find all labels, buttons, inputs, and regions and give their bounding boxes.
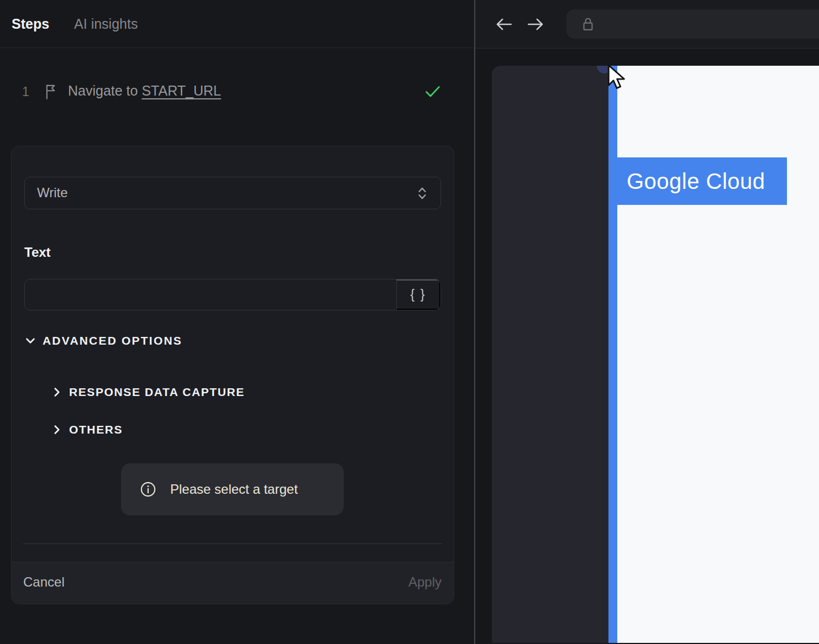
browser-preview-panel: Google Cloud xyxy=(475,0,819,644)
response-data-capture-label: RESPONSE DATA CAPTURE xyxy=(69,386,245,399)
action-select[interactable]: Write xyxy=(24,177,441,209)
step-editor-card: Write Text { } ADVANCED OPTIONS xyxy=(11,146,454,604)
step-title-prefix: Navigate to xyxy=(68,83,141,98)
select-target-notice: Please select a target xyxy=(121,463,344,515)
rendered-page[interactable]: Google Cloud xyxy=(492,66,819,643)
action-select-value: Write xyxy=(37,185,68,200)
advanced-options-toggle[interactable]: ADVANCED OPTIONS xyxy=(24,334,182,347)
page-body xyxy=(617,66,819,643)
advanced-options-label: ADVANCED OPTIONS xyxy=(43,334,182,347)
address-bar[interactable] xyxy=(566,9,819,39)
step-row-navigate[interactable]: 1 Navigate to START_URL xyxy=(0,76,474,109)
step-title: Navigate to START_URL xyxy=(68,83,221,99)
text-input-group: { } xyxy=(24,279,441,310)
start-url-link[interactable]: START_URL xyxy=(141,83,221,98)
highlighted-header-label: Google Cloud xyxy=(627,169,765,194)
text-input[interactable] xyxy=(25,279,396,310)
highlighted-header-element[interactable]: Google Cloud xyxy=(608,157,787,205)
info-circle-icon xyxy=(140,481,156,498)
flag-icon xyxy=(44,83,59,101)
insert-variable-button[interactable]: { } xyxy=(396,279,440,310)
editor-footer: Cancel Apply xyxy=(12,562,454,604)
unfold-chevrons-icon xyxy=(415,186,429,201)
back-button[interactable] xyxy=(495,15,513,34)
highlighted-element-stripe[interactable] xyxy=(608,66,617,643)
apply-button[interactable]: Apply xyxy=(408,574,442,590)
panel-tabbar: Steps AI insights xyxy=(0,0,474,48)
check-success-icon xyxy=(424,83,442,100)
tab-ai-insights[interactable]: AI insights xyxy=(74,16,138,32)
browser-viewport-area: Google Cloud xyxy=(475,49,819,644)
steps-panel: Steps AI insights 1 Navigate to START_UR… xyxy=(0,0,474,644)
forward-button[interactable] xyxy=(526,15,545,34)
cancel-button[interactable]: Cancel xyxy=(23,574,65,590)
response-data-capture-toggle[interactable]: RESPONSE DATA CAPTURE xyxy=(51,386,245,399)
lock-icon xyxy=(580,15,596,33)
chevron-right-icon xyxy=(51,424,63,436)
tab-steps[interactable]: Steps xyxy=(12,16,49,32)
select-target-notice-text: Please select a target xyxy=(170,482,298,497)
step-index: 1 xyxy=(22,85,29,99)
chevron-right-icon xyxy=(51,386,63,398)
others-label: OTHERS xyxy=(69,423,123,436)
chevron-down-icon xyxy=(24,335,36,347)
text-field-label: Text xyxy=(24,245,51,260)
others-toggle[interactable]: OTHERS xyxy=(51,423,123,436)
footer-divider xyxy=(23,543,442,544)
browser-toolbar xyxy=(475,0,819,49)
